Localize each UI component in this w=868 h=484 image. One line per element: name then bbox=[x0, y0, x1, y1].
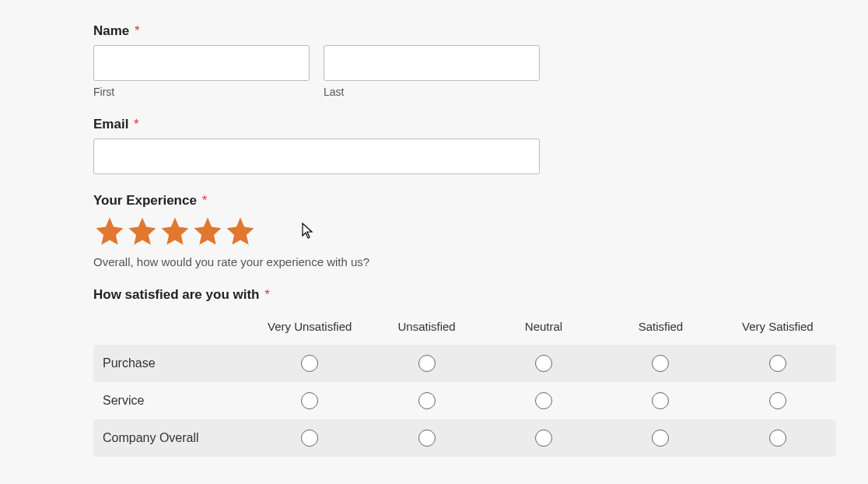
star-5[interactable] bbox=[224, 215, 257, 247]
likert-header-spacer bbox=[93, 314, 251, 345]
likert-col-header: Satisfied bbox=[602, 314, 719, 345]
star-4[interactable] bbox=[191, 215, 224, 247]
name-group: Name * First Last bbox=[93, 23, 868, 98]
radio-purchase-5[interactable] bbox=[769, 355, 786, 372]
likert-row-company: Company Overall bbox=[93, 419, 836, 457]
name-row: First Last bbox=[93, 45, 868, 98]
star-1[interactable] bbox=[93, 215, 126, 247]
satisfaction-label: How satisfied are you with * bbox=[93, 287, 868, 303]
likert-col-header: Very Satisfied bbox=[719, 314, 836, 345]
likert-table: Very Unsatisfied Unsatisfied Neutral Sat… bbox=[93, 314, 836, 457]
radio-service-3[interactable] bbox=[535, 392, 552, 409]
last-name-sublabel: Last bbox=[324, 86, 540, 98]
likert-row-label: Service bbox=[93, 394, 251, 408]
cursor-icon bbox=[302, 223, 314, 240]
required-icon: * bbox=[135, 23, 140, 38]
radio-purchase-1[interactable] bbox=[301, 355, 318, 372]
required-icon: * bbox=[134, 117, 139, 132]
radio-company-2[interactable] bbox=[418, 430, 436, 447]
satisfaction-group: How satisfied are you with * Very Unsati… bbox=[93, 287, 868, 457]
experience-label: Your Experience * bbox=[93, 193, 868, 209]
radio-purchase-2[interactable] bbox=[418, 355, 436, 372]
email-label-text: Email bbox=[93, 117, 128, 132]
radio-company-5[interactable] bbox=[769, 430, 786, 447]
required-icon: * bbox=[202, 193, 208, 208]
required-icon: * bbox=[264, 287, 270, 302]
likert-row-label: Purchase bbox=[93, 356, 251, 370]
email-label: Email * bbox=[93, 117, 868, 132]
last-name-col: Last bbox=[324, 45, 540, 98]
star-3[interactable] bbox=[159, 215, 191, 247]
likert-col-header: Unsatisfied bbox=[368, 314, 485, 345]
first-name-input[interactable] bbox=[93, 45, 310, 81]
radio-company-3[interactable] bbox=[535, 430, 552, 447]
satisfaction-label-text: How satisfied are you with bbox=[93, 287, 260, 302]
likert-row-purchase: Purchase bbox=[93, 345, 836, 382]
likert-row-service: Service bbox=[93, 382, 836, 419]
radio-service-2[interactable] bbox=[418, 392, 436, 409]
experience-label-text: Your Experience bbox=[93, 193, 197, 208]
likert-row-label: Company Overall bbox=[93, 431, 251, 445]
experience-description: Overall, how would you rate your experie… bbox=[93, 255, 868, 268]
email-input[interactable] bbox=[93, 139, 540, 174]
last-name-input[interactable] bbox=[324, 45, 540, 81]
experience-group: Your Experience * Overall, how would you… bbox=[93, 193, 868, 268]
radio-service-4[interactable] bbox=[652, 392, 669, 409]
first-name-sublabel: First bbox=[93, 86, 310, 98]
name-label-text: Name bbox=[93, 23, 129, 38]
email-group: Email * bbox=[93, 117, 868, 174]
radio-company-1[interactable] bbox=[301, 430, 318, 447]
radio-purchase-3[interactable] bbox=[535, 355, 552, 372]
name-label: Name * bbox=[93, 23, 868, 39]
radio-purchase-4[interactable] bbox=[652, 355, 669, 372]
star-2[interactable] bbox=[126, 215, 159, 247]
likert-col-header: Neutral bbox=[485, 314, 602, 345]
star-rating bbox=[93, 215, 868, 247]
radio-service-5[interactable] bbox=[769, 392, 786, 409]
likert-col-header: Very Unsatisfied bbox=[251, 314, 368, 345]
radio-company-4[interactable] bbox=[652, 430, 669, 447]
likert-header: Very Unsatisfied Unsatisfied Neutral Sat… bbox=[93, 314, 836, 345]
first-name-col: First bbox=[93, 45, 310, 98]
radio-service-1[interactable] bbox=[301, 392, 318, 409]
